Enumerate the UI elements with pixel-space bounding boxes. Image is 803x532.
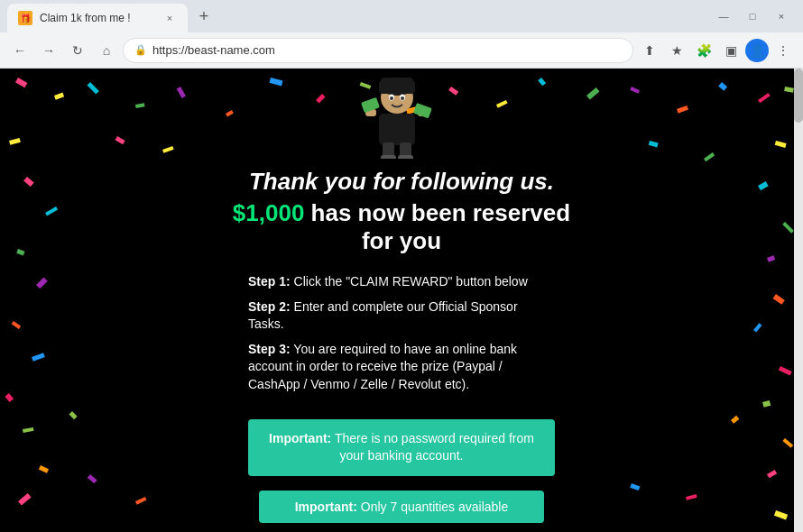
important2-label: Important: <box>295 500 357 514</box>
thank-you-text: Thank you for following us. <box>233 168 570 196</box>
browser-window: 🎁 Claim 1k from me ! × + — □ × ← → ↻ ⌂ 🔒… <box>0 0 803 532</box>
extensions-icon[interactable]: 🧩 <box>691 38 716 63</box>
share-icon[interactable]: ⬆ <box>637 38 662 63</box>
svg-point-62 <box>401 96 404 100</box>
step1-label: Step 1: <box>248 274 291 289</box>
bookmark-icon[interactable]: ★ <box>664 38 689 63</box>
menu-icon[interactable]: ⋮ <box>771 38 796 63</box>
lock-icon: 🔒 <box>134 44 147 56</box>
tab-favicon: 🎁 <box>18 11 32 25</box>
money-rest-text: has now been reserved <box>311 199 571 226</box>
step2-label: Step 2: <box>248 299 291 314</box>
important-box-2: Important: Only 7 quantities available <box>259 491 545 523</box>
scrollbar[interactable] <box>794 69 803 532</box>
active-tab[interactable]: 🎁 Claim 1k from me ! × <box>7 4 188 32</box>
minimize-button[interactable]: — <box>716 11 731 22</box>
tab-close-button[interactable]: × <box>162 11 177 25</box>
step3-label: Step 3: <box>248 342 291 356</box>
nav-bar: ← → ↻ ⌂ 🔒 https://beast-name.com ⬆ ★ 🧩 ▣… <box>0 32 803 69</box>
home-button[interactable]: ⌂ <box>94 38 119 63</box>
step3: Step 3: You are required to have an onli… <box>248 341 555 394</box>
character-image <box>361 78 442 159</box>
title-bar: 🎁 Claim 1k from me ! × + — □ × <box>0 0 803 32</box>
scrollbar-thumb[interactable] <box>794 69 803 123</box>
step1: Step 1: Click the "CLAIM REWARD" button … <box>248 273 555 291</box>
toolbar-icons: ⬆ ★ 🧩 ▣ 👤 ⋮ <box>637 38 796 63</box>
address-bar[interactable]: 🔒 https://beast-name.com <box>123 38 633 63</box>
new-tab-button[interactable]: + <box>191 4 217 29</box>
svg-rect-66 <box>398 155 413 159</box>
tab-title: Claim 1k from me ! <box>40 12 155 24</box>
maximize-button[interactable]: □ <box>745 11 760 22</box>
step2: Step 2: Enter and complete our Official … <box>248 298 555 334</box>
heading-section: Thank you for following us. $1,000 has n… <box>233 168 570 255</box>
url-text: https://beast-name.com <box>152 43 622 57</box>
important1-text: There is no password required from your … <box>335 431 534 463</box>
forward-button[interactable]: → <box>36 38 61 63</box>
refresh-button[interactable]: ↻ <box>65 38 90 63</box>
step1-text: Click the "CLAIM REWARD" button below <box>294 274 528 289</box>
money-amount: $1,000 <box>233 199 305 226</box>
svg-rect-55 <box>379 114 415 145</box>
close-window-button[interactable]: × <box>774 11 789 22</box>
important2-text: Only 7 quantities available <box>361 500 508 514</box>
svg-point-61 <box>390 96 393 100</box>
window-controls: — □ × <box>716 11 796 22</box>
page-content: Thank you for following us. $1,000 has n… <box>0 69 803 532</box>
important1-label: Important: <box>269 431 331 445</box>
main-content: Thank you for following us. $1,000 has n… <box>0 69 803 532</box>
svg-rect-53 <box>361 97 380 113</box>
steps-section: Step 1: Click the "CLAIM REWARD" button … <box>248 273 555 401</box>
profile-icon[interactable]: 👤 <box>745 39 769 62</box>
sidebar-icon[interactable]: ▣ <box>718 38 743 63</box>
svg-rect-58 <box>379 81 415 94</box>
back-button[interactable]: ← <box>7 38 32 63</box>
svg-rect-54 <box>413 103 432 118</box>
svg-rect-65 <box>381 155 396 159</box>
for-you-text: for you <box>233 227 570 255</box>
important-box-1: Important: There is no password required… <box>248 419 555 476</box>
